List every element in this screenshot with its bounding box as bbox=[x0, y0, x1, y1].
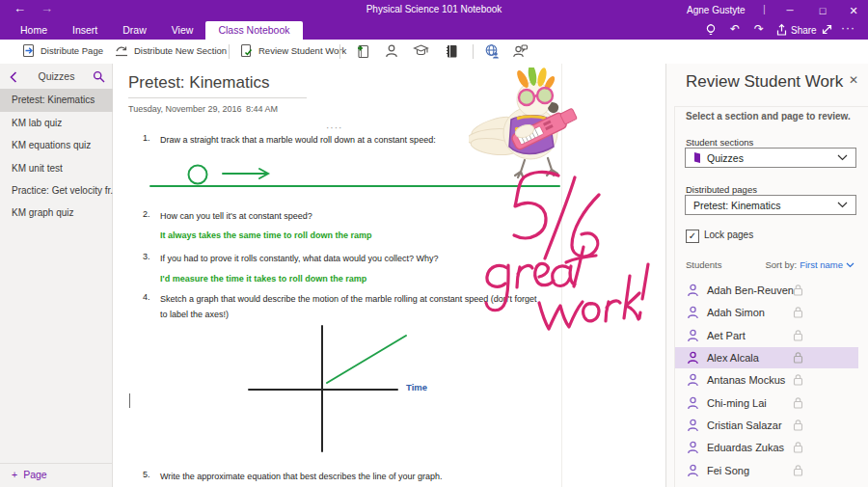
question-3-text: If you had to prove it rolls constantly,… bbox=[160, 252, 556, 267]
student-row[interactable]: Adah Simon bbox=[675, 302, 858, 323]
sidebar-page-practice-get-velocity[interactable]: Practice: Get velocity fr... bbox=[0, 179, 113, 203]
student-sections-value: Quizzes bbox=[707, 152, 831, 164]
panel-title: Review Student Work bbox=[686, 72, 843, 92]
tell-me-lightbulb-icon[interactable] bbox=[704, 23, 718, 38]
distribute-page-button[interactable]: Distribute Page bbox=[21, 43, 103, 58]
chevron-down-icon bbox=[846, 262, 854, 268]
question-number: 5. bbox=[143, 470, 150, 479]
titlebar-divider: | bbox=[763, 3, 766, 14]
student-row[interactable]: Adah Ben-Reuven bbox=[675, 280, 858, 301]
panel-close-icon[interactable]: ✕ bbox=[846, 73, 861, 87]
answer-2-text: It always takes the same time to roll do… bbox=[160, 230, 372, 240]
distribute-new-section-label: Distribute New Section bbox=[134, 45, 227, 56]
sidebar-page-km-equations-quiz[interactable]: KM equations quiz bbox=[0, 134, 113, 157]
distributed-pages-dropdown[interactable]: Pretest: Kinematics bbox=[685, 195, 856, 215]
distribute-new-section-button[interactable]: Distribute New Section bbox=[114, 43, 227, 58]
question-number: 3. bbox=[143, 252, 150, 261]
student-name: Chi-ming Lai bbox=[707, 397, 767, 409]
add-page-button[interactable]: + Page bbox=[12, 469, 47, 480]
lock-icon bbox=[793, 306, 803, 318]
lock-icon bbox=[793, 329, 803, 341]
student-row-selected[interactable]: Alex Alcala bbox=[675, 347, 858, 368]
tab-insert[interactable]: Insert bbox=[60, 21, 110, 40]
person-icon bbox=[687, 464, 699, 477]
student-name: Eduardas Zukas bbox=[707, 442, 784, 453]
sticker-library-globe-icon[interactable] bbox=[484, 43, 501, 60]
ribbon-tabs-row: Home Insert Draw View Class Notebook ↶ ↷… bbox=[0, 21, 868, 40]
manage-notebooks-icon[interactable] bbox=[445, 43, 459, 59]
student-row[interactable]: Cristian Salazar bbox=[675, 415, 858, 436]
sort-by-label: Sort by: bbox=[765, 259, 797, 270]
student-row[interactable]: Antanas Mockus bbox=[675, 369, 858, 391]
page-title[interactable]: Pretest: Kinematics bbox=[128, 73, 269, 93]
user-name: Agne Gustyte bbox=[687, 5, 746, 15]
person-icon bbox=[687, 284, 699, 297]
tab-view[interactable]: View bbox=[159, 21, 206, 40]
close-button[interactable]: ✕ bbox=[841, 0, 866, 21]
title-bar: ← → Physical Science 101 Notebook Agne G… bbox=[0, 0, 868, 21]
lock-icon bbox=[793, 284, 803, 296]
sidebar-page-pretest-kinematics[interactable]: Pretest: Kinematics bbox=[0, 89, 113, 112]
manage-students-icon[interactable] bbox=[384, 43, 399, 59]
minimize-button[interactable]: ─ bbox=[777, 0, 802, 21]
student-row[interactable]: Fei Song bbox=[675, 460, 858, 481]
student-row[interactable]: Eduardas Zukas bbox=[675, 437, 858, 458]
more-options-icon[interactable]: ··· bbox=[841, 21, 855, 35]
plus-icon: + bbox=[12, 469, 17, 480]
person-icon bbox=[687, 441, 699, 454]
toolbar-separator bbox=[339, 44, 340, 59]
parrot-keytar-sticker bbox=[469, 68, 592, 185]
text-cursor bbox=[129, 393, 130, 408]
review-student-work-button[interactable]: Review Student Work bbox=[239, 43, 346, 58]
student-name: Fei Song bbox=[707, 465, 749, 476]
tab-class-notebook[interactable]: Class Notebook bbox=[205, 21, 302, 40]
sidebar-divider bbox=[0, 463, 113, 464]
person-icon bbox=[687, 329, 699, 342]
toolbar-separator bbox=[229, 44, 230, 59]
tab-draw[interactable]: Draw bbox=[110, 21, 159, 40]
maximize-button[interactable]: □ bbox=[810, 0, 835, 21]
question-4-text: Sketch a graph that would describe the m… bbox=[160, 292, 544, 322]
tab-home[interactable]: Home bbox=[8, 21, 60, 40]
student-name: Adah Simon bbox=[707, 307, 765, 318]
person-icon bbox=[687, 306, 699, 319]
fullscreen-icon[interactable] bbox=[821, 23, 833, 36]
page-time: 8:44 AM bbox=[246, 104, 278, 114]
question-5-text: Write the approximate equation that best… bbox=[160, 470, 556, 485]
student-row[interactable]: Aet Part bbox=[675, 325, 858, 346]
lock-icon bbox=[793, 351, 803, 364]
chevron-down-icon bbox=[837, 154, 848, 161]
student-name: Aet Part bbox=[707, 330, 746, 341]
question-number: 4. bbox=[143, 292, 150, 302]
student-name: Alex Alcala bbox=[707, 352, 759, 364]
distributed-pages-value: Pretest: Kinematics bbox=[693, 200, 831, 211]
page-date: Tuesday, November 29, 2016 bbox=[128, 104, 242, 114]
person-icon bbox=[687, 396, 699, 410]
student-sections-dropdown[interactable]: Quizzes bbox=[685, 148, 856, 168]
share-button[interactable]: Share bbox=[775, 23, 817, 37]
review-student-work-label: Review Student Work bbox=[258, 45, 346, 56]
outline-handle-dots[interactable]: ···· bbox=[326, 122, 342, 133]
sidebar-page-km-lab-quiz[interactable]: KM lab quiz bbox=[0, 112, 113, 135]
chevron-down-icon bbox=[837, 202, 848, 208]
redo-icon[interactable]: ↷ bbox=[754, 22, 764, 36]
page-list-sidebar: Quizzes Pretest: Kinematics KM lab quiz … bbox=[0, 64, 113, 487]
lock-icon bbox=[793, 441, 803, 453]
lock-pages-checkbox[interactable]: ✓ bbox=[686, 230, 699, 243]
sidebar-header: Quizzes bbox=[0, 64, 113, 89]
sidebar-page-km-graph-quiz[interactable]: KM graph quiz bbox=[0, 202, 113, 225]
sort-by-control[interactable]: Sort by: First name bbox=[765, 259, 854, 270]
undo-icon[interactable]: ↶ bbox=[730, 22, 740, 36]
manage-teachers-icon[interactable] bbox=[413, 43, 429, 59]
distribute-page-label: Distribute Page bbox=[41, 45, 103, 56]
search-icon[interactable] bbox=[93, 70, 105, 83]
toolbar-separator bbox=[473, 44, 474, 59]
student-feedback-icon[interactable] bbox=[512, 43, 529, 59]
section-tab-icon bbox=[693, 151, 701, 164]
create-class-notebook-icon[interactable] bbox=[355, 43, 370, 59]
lock-icon bbox=[793, 373, 803, 386]
page-title-underline bbox=[128, 97, 307, 98]
sidebar-page-km-unit-test[interactable]: KM unit test bbox=[0, 157, 113, 180]
student-row[interactable]: Chi-ming Lai bbox=[675, 392, 858, 414]
lock-icon bbox=[793, 419, 803, 431]
